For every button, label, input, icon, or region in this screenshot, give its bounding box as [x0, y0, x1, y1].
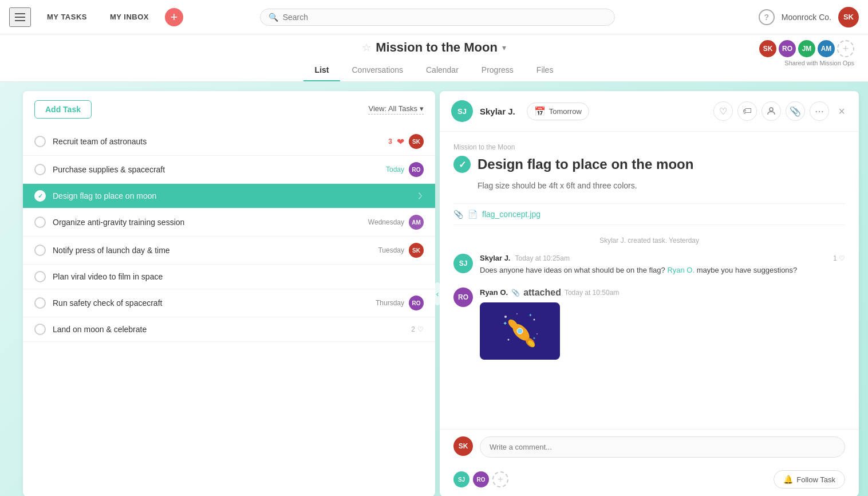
detail-task-check[interactable]: ✓ [453, 156, 471, 173]
like-action-button[interactable]: ♡ [713, 101, 733, 121]
search-input[interactable] [283, 13, 606, 22]
task-row[interactable]: Land on moon & celebrate 2 ♡ [23, 317, 435, 342]
task-date: Tuesday [378, 246, 404, 254]
svg-text:✦: ✦ [528, 313, 532, 318]
view-chevron-icon: ▾ [420, 104, 424, 113]
tabs: List Conversations Calendar Progress Fil… [303, 61, 565, 81]
user-avatar[interactable]: SK [838, 7, 859, 27]
task-avatar: RO [409, 296, 424, 310]
current-user-avatar: SK [453, 436, 473, 456]
footer-row: SJ RO + 🔔 Follow Task [440, 464, 859, 496]
svg-text:✦: ✦ [532, 336, 536, 340]
collapse-button[interactable]: ‹ [435, 282, 440, 305]
shared-avatar-4[interactable]: AM [818, 40, 835, 57]
assign-icon [767, 107, 776, 116]
ryan-meta: Ryan O. 📎 attached Today at 10:50am [480, 288, 619, 298]
svg-point-6 [536, 333, 538, 334]
tab-files[interactable]: Files [525, 61, 565, 81]
task-row[interactable]: Purchase supplies & spacecraft Today RO [23, 156, 435, 184]
add-member-button[interactable]: + [837, 40, 854, 57]
footer-avatar-1[interactable]: SJ [453, 471, 469, 487]
footer-add-button[interactable]: + [492, 471, 508, 487]
task-meta: Tuesday SK [378, 243, 424, 258]
add-task-button[interactable]: Add Task [34, 100, 92, 119]
task-avatar: RO [409, 162, 424, 177]
attachment-action-button[interactable]: 📎 [786, 101, 805, 121]
nav-right: ? Moonrock Co. SK [759, 7, 859, 27]
tab-list[interactable]: List [303, 61, 341, 81]
tab-conversations[interactable]: Conversations [340, 61, 415, 81]
ryan-avatar[interactable]: RO [453, 288, 473, 307]
task-checkbox[interactable] [34, 297, 46, 309]
task-name: Notify press of launch day & time [53, 246, 378, 255]
close-detail-button[interactable]: × [836, 103, 847, 120]
assign-action-button[interactable] [762, 101, 781, 121]
add-button[interactable]: + [165, 8, 183, 26]
ryan-author: Ryan O. [480, 288, 508, 297]
tab-calendar[interactable]: Calendar [415, 61, 470, 81]
chevron-down-icon[interactable]: ▾ [502, 43, 506, 52]
search-icon: 🔍 [269, 13, 278, 22]
company-name: Moonrock Co. [782, 13, 831, 22]
task-checkbox[interactable] [34, 216, 46, 228]
paperclip-icon: 📎 [453, 210, 463, 219]
svg-point-2 [534, 318, 535, 320]
rocket-svg: ✦ ✦ ✦ [497, 308, 543, 354]
task-checkbox-checked[interactable] [34, 190, 46, 202]
footer-avatar-2[interactable]: RO [473, 471, 489, 487]
task-row[interactable]: Recruit team of astronauts 3 ❤ SK [23, 128, 435, 156]
tab-progress[interactable]: Progress [470, 61, 525, 81]
follow-task-button[interactable]: 🔔 Follow Task [774, 470, 845, 489]
task-checkbox[interactable] [34, 271, 46, 282]
svg-point-5 [516, 313, 518, 314]
task-row[interactable]: Run safety check of spacecraft Thursday … [23, 289, 435, 317]
comment-likes[interactable]: 1 ♡ [833, 254, 845, 262]
comment-input-row: SK [440, 429, 859, 464]
view-selector[interactable]: View: All Tasks ▾ [368, 104, 424, 115]
shared-avatar-2[interactable]: RO [779, 40, 796, 57]
shared-section: SK RO JM AM + Shared with Mission Ops [759, 40, 854, 66]
task-name: Organize anti-gravity training session [53, 218, 368, 227]
shared-avatar-1[interactable]: SK [759, 40, 776, 57]
menu-button[interactable] [9, 7, 31, 27]
due-date-button[interactable]: 📅 Tomorrow [527, 103, 589, 120]
bell-icon: 🔔 [783, 475, 793, 484]
shared-avatars-row: SK RO JM AM + [759, 40, 854, 57]
task-checkbox[interactable] [34, 136, 46, 147]
task-avatar: SK [409, 243, 424, 258]
task-name: Recruit team of astronauts [53, 137, 388, 146]
task-checkbox[interactable] [34, 245, 46, 256]
check-icon: ✓ [459, 159, 466, 170]
rocket-image[interactable]: ✦ ✦ ✦ [480, 302, 560, 360]
task-row-selected[interactable]: Design flag to place on moon [23, 184, 435, 208]
shared-avatar-3[interactable]: JM [798, 40, 815, 57]
comment-avatar[interactable]: SJ [453, 254, 473, 273]
my-inbox-button[interactable]: MY INBOX [103, 8, 156, 26]
top-nav: MY TASKS MY INBOX + 🔍 ? Moonrock Co. SK [0, 0, 868, 34]
tag-action-button[interactable]: 🏷 [737, 101, 757, 121]
task-name: Design flag to place on moon [53, 191, 417, 200]
attachment-link[interactable]: flag_concept.jpg [482, 210, 540, 219]
detail-task-title-row: ✓ Design flag to place on the moon [453, 156, 845, 173]
task-row[interactable]: Organize anti-gravity training session W… [23, 208, 435, 237]
task-checkbox[interactable] [34, 324, 46, 335]
star-icon[interactable]: ☆ [362, 41, 371, 54]
my-tasks-button[interactable]: MY TASKS [40, 8, 94, 26]
more-action-button[interactable]: ⋯ [810, 101, 829, 121]
task-meta: 2 ♡ [411, 325, 424, 333]
main-content: Add Task View: All Tasks ▾ Recruit team … [0, 82, 868, 496]
task-checkbox[interactable] [34, 164, 46, 175]
task-date: Thursday [376, 299, 404, 307]
attached-label: attached [523, 288, 561, 298]
panel-divider: ‹ [435, 82, 440, 496]
mention-link[interactable]: Ryan O. [667, 266, 695, 274]
assignee-avatar[interactable]: SJ [451, 100, 473, 122]
comment-input[interactable] [480, 436, 845, 458]
comment-meta: Skylar J. Today at 10:25am 1 ♡ [480, 254, 845, 262]
help-button[interactable]: ? [759, 9, 775, 25]
comment-time: Today at 10:25am [515, 254, 570, 262]
task-list: Recruit team of astronauts 3 ❤ SK Purcha… [23, 128, 435, 342]
task-row[interactable]: Notify press of launch day & time Tuesda… [23, 237, 435, 265]
task-row[interactable]: Plan viral video to film in space [23, 265, 435, 289]
ryan-comment-block: RO Ryan O. 📎 attached Today at 10:50am [453, 288, 845, 360]
